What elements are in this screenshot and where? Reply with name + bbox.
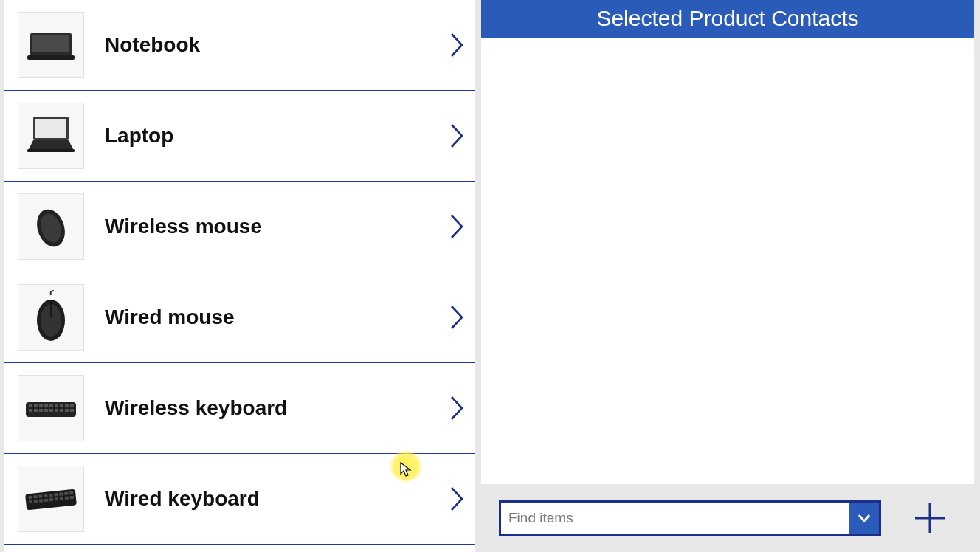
plus-icon xyxy=(912,500,948,536)
svg-rect-22 xyxy=(29,409,32,412)
contacts-pane: Selected Product Contacts xyxy=(475,0,980,552)
svg-rect-23 xyxy=(34,409,38,412)
svg-rect-49 xyxy=(70,496,74,500)
svg-rect-41 xyxy=(29,500,32,504)
svg-rect-15 xyxy=(39,404,43,407)
contacts-header: Selected Product Contacts xyxy=(481,0,974,38)
svg-rect-40 xyxy=(69,491,73,495)
product-label: Laptop xyxy=(84,124,445,148)
find-items-input[interactable] xyxy=(501,503,849,534)
svg-rect-16 xyxy=(44,404,48,407)
laptop-closed-icon xyxy=(21,15,80,75)
laptop-open-icon xyxy=(21,106,80,165)
svg-rect-29 xyxy=(65,409,69,412)
chevron-down-icon xyxy=(858,513,871,523)
product-row-laptop[interactable]: Laptop xyxy=(4,91,475,182)
svg-rect-35 xyxy=(44,494,47,497)
svg-rect-30 xyxy=(70,409,74,412)
svg-rect-33 xyxy=(33,495,37,499)
svg-rect-48 xyxy=(65,497,69,500)
product-thumb-wired-mouse xyxy=(18,284,84,351)
product-row-wired-mouse[interactable]: Wired mouse xyxy=(4,272,475,363)
svg-rect-25 xyxy=(44,409,48,412)
product-thumb-wireless-mouse xyxy=(18,193,84,260)
chevron-right-icon xyxy=(445,301,469,334)
svg-rect-34 xyxy=(38,494,42,498)
product-list-pane: Notebook Laptop xyxy=(0,0,475,552)
contacts-body[interactable] xyxy=(481,38,974,484)
product-label: Wireless keyboard xyxy=(84,396,445,420)
mouse-wired-icon xyxy=(21,288,80,347)
combo-dropdown-button[interactable] xyxy=(849,503,879,534)
svg-rect-47 xyxy=(60,497,63,500)
product-thumb-notebook xyxy=(18,12,84,78)
svg-rect-27 xyxy=(55,409,58,412)
svg-rect-13 xyxy=(29,404,32,407)
svg-rect-18 xyxy=(55,404,58,407)
product-row-notebook[interactable]: Notebook xyxy=(4,0,475,91)
svg-rect-14 xyxy=(34,404,38,407)
svg-rect-4 xyxy=(35,119,66,138)
chevron-right-icon xyxy=(445,483,469,515)
svg-rect-2 xyxy=(27,55,75,60)
product-thumb-laptop xyxy=(18,103,84,169)
chevron-right-icon xyxy=(445,29,469,61)
svg-rect-6 xyxy=(27,149,75,152)
product-label: Wired mouse xyxy=(84,306,445,329)
add-button[interactable] xyxy=(911,499,949,537)
svg-rect-37 xyxy=(54,493,58,497)
svg-rect-28 xyxy=(60,409,63,412)
svg-rect-45 xyxy=(49,498,53,502)
svg-rect-1 xyxy=(32,35,69,52)
svg-marker-5 xyxy=(29,140,73,149)
product-row-wireless-keyboard[interactable]: Wireless keyboard xyxy=(4,363,475,454)
chevron-right-icon xyxy=(445,120,469,152)
product-label: Wired keyboard xyxy=(84,487,445,511)
keyboard-icon xyxy=(21,379,80,438)
chevron-right-icon xyxy=(445,210,469,243)
product-label: Notebook xyxy=(84,33,445,57)
chevron-right-icon xyxy=(445,392,469,424)
product-label: Wireless mouse xyxy=(84,215,445,238)
svg-rect-19 xyxy=(60,404,63,407)
keyboard-icon xyxy=(21,469,80,528)
product-thumb-wireless-keyboard xyxy=(18,375,84,441)
product-row-wired-keyboard[interactable]: Wired keyboard xyxy=(4,454,475,545)
svg-rect-20 xyxy=(65,404,69,407)
svg-rect-39 xyxy=(64,492,68,496)
product-row-wireless-mouse[interactable]: Wireless mouse xyxy=(4,182,475,272)
app-root: Notebook Laptop xyxy=(0,0,980,552)
svg-rect-24 xyxy=(39,409,43,412)
svg-rect-46 xyxy=(55,497,58,501)
svg-rect-26 xyxy=(49,409,53,412)
find-items-combo[interactable] xyxy=(499,500,881,536)
svg-rect-36 xyxy=(49,494,52,497)
svg-rect-43 xyxy=(39,499,43,503)
contacts-footer xyxy=(475,484,980,552)
svg-rect-44 xyxy=(44,498,48,502)
svg-rect-42 xyxy=(34,500,38,503)
svg-rect-17 xyxy=(49,404,53,407)
svg-rect-32 xyxy=(28,496,32,500)
mouse-icon xyxy=(21,197,80,256)
svg-rect-21 xyxy=(70,404,74,407)
svg-rect-38 xyxy=(59,492,63,496)
product-thumb-wired-keyboard xyxy=(18,466,84,532)
product-list-scroll[interactable]: Notebook Laptop xyxy=(4,0,475,552)
